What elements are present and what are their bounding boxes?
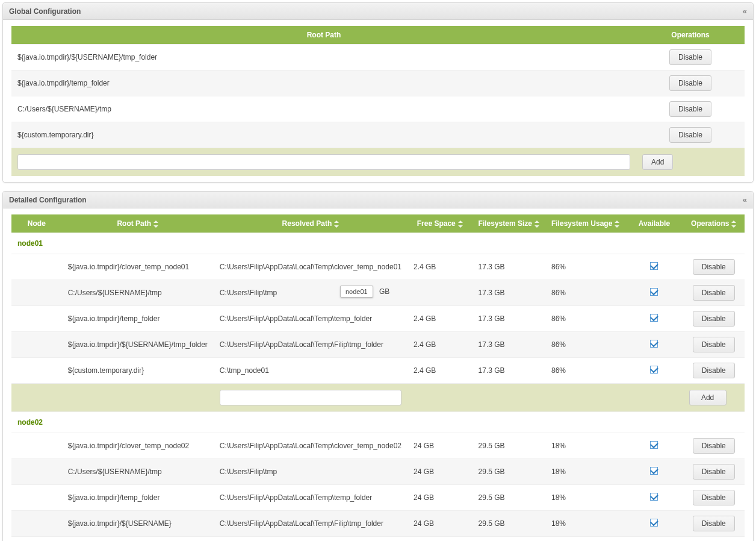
node-name: node02 [11,412,683,433]
fs-usage-cell: 86% [545,358,625,384]
col-root-path: Root Path [11,26,636,45]
col-operations[interactable]: Operations [683,214,745,233]
free-space-cell: 2.4 GB [407,254,472,280]
node-heading-row: node02 [11,412,745,433]
col-fs-usage[interactable]: Filesystem Usage [545,214,625,233]
free-space-cell: 2.4 GB [407,306,472,332]
fs-usage-cell: 86% [545,332,625,358]
root-path-cell: ${custom.temporary.dir} [62,537,214,542]
resolved-path-cell: C:\Users\Filip\tmp [214,459,407,485]
root-path-cell: ${java.io.tmpdir}/${USERNAME} [62,511,214,537]
detailed-config-body: Node Root Path Resolved Path Free Space … [3,208,753,541]
table-row: ${java.io.tmpdir}/${USERNAME}/tmp_folder… [11,332,745,358]
sort-icon [458,220,463,228]
sort-icon [153,220,158,228]
node-name: node01 [11,233,683,254]
available-cell [625,358,683,384]
fs-size-cell: 29.5 GB [472,459,545,485]
fs-usage-cell: 18% [545,485,625,511]
fs-usage-cell: 86% [545,280,625,306]
table-row: ${custom.temporary.dir}Disable [11,122,745,148]
disable-button[interactable]: Disable [693,438,735,454]
disable-button[interactable]: Disable [693,311,735,327]
global-config-panel: Global Configuration « Root Path Operati… [2,2,754,183]
check-icon[interactable] [650,467,658,475]
add-button[interactable]: Add [689,390,727,405]
available-cell [625,332,683,358]
table-row: C:/Users/${USERNAME}/tmpC:\Users\Filip\t… [11,459,745,485]
collapse-icon[interactable]: « [743,7,747,16]
available-cell [625,433,683,459]
check-icon[interactable] [650,493,658,501]
fs-size-cell: 29.5 GB [472,433,545,459]
disable-button[interactable]: Disable [693,464,735,480]
available-cell [625,280,683,306]
sort-icon [731,220,736,228]
check-icon[interactable] [650,441,658,449]
resolved-path-cell: C:\Users\Filip\AppData\Local\Temp\temp_f… [214,485,407,511]
add-row: Add [11,148,745,177]
global-config-body: Root Path Operations ${java.io.tmpdir}/$… [3,20,753,182]
disable-button[interactable]: Disable [693,285,735,301]
table-row: ${java.io.tmpdir}/clover_temp_node01C:\U… [11,254,745,280]
root-path-cell: ${java.io.tmpdir}/${USERNAME}/tmp_folder [62,332,214,358]
detailed-config-title: Detailed Configuration [9,196,87,204]
disable-button[interactable]: Disable [669,75,711,91]
fs-size-cell: 17.3 GB [472,280,545,306]
free-space-cell: 24 GB [407,537,472,542]
disable-button[interactable]: Disable [693,516,735,531]
add-row: Add [11,384,745,412]
disable-button[interactable]: Disable [669,127,711,143]
disable-button[interactable]: Disable [693,337,735,352]
available-cell [625,485,683,511]
new-path-input[interactable] [17,154,630,170]
fs-usage-cell: 86% [545,306,625,332]
disable-button[interactable]: Disable [669,101,711,117]
check-icon[interactable] [650,340,658,348]
col-resolved-path[interactable]: Resolved Path [214,214,407,233]
table-row: ${custom.temporary.dir}C:\tmp_node0224 G… [11,537,745,542]
resolved-path-cell: C:\tmp_node02 [214,537,407,542]
check-icon[interactable] [650,366,658,374]
col-root-path[interactable]: Root Path [62,214,214,233]
disable-button[interactable]: Disable [693,259,735,275]
free-space-cell [407,280,472,306]
fs-usage-cell: 18% [545,537,625,542]
col-node[interactable]: Node [11,214,62,233]
table-row: ${java.io.tmpdir}/temp_folderDisable [11,70,745,96]
resolved-path-cell: C:\Users\Filip\AppData\Local\Temp\Filip\… [214,511,407,537]
disable-button[interactable]: Disable [669,49,711,65]
check-icon[interactable] [650,262,658,270]
available-cell [625,254,683,280]
col-fs-size[interactable]: Filesystem Size [472,214,545,233]
resolved-path-cell: C:\Users\Filip\tmp [214,280,407,306]
table-row: C:/Users/${USERNAME}/tmpC:\Users\Filip\t… [11,280,745,306]
node-heading-row: node01 [11,233,745,254]
root-path-cell: ${java.io.tmpdir}/clover_temp_node02 [62,433,214,459]
resolved-path-cell: C:\Users\Filip\AppData\Local\Temp\clover… [214,254,407,280]
resolved-path-cell: C:\tmp_node01 [214,358,407,384]
add-button[interactable]: Add [642,154,673,170]
root-path-cell: ${custom.temporary.dir} [11,122,636,148]
disable-button[interactable]: Disable [693,490,735,505]
disable-button[interactable]: Disable [693,363,735,378]
sort-icon [534,220,539,228]
check-icon[interactable] [650,314,658,322]
root-path-cell: C:/Users/${USERNAME}/tmp [62,280,214,306]
collapse-icon[interactable]: « [743,195,747,204]
table-row: ${java.io.tmpdir}/temp_folderC:\Users\Fi… [11,306,745,332]
tooltip-right-text: GB [379,287,389,296]
col-available[interactable]: Available [625,214,683,233]
check-icon[interactable] [650,288,658,296]
root-path-cell: ${java.io.tmpdir}/temp_folder [62,485,214,511]
free-space-cell: 2.4 GB [407,358,472,384]
root-path-cell: ${java.io.tmpdir}/clover_temp_node01 [62,254,214,280]
fs-usage-cell: 18% [545,433,625,459]
fs-size-cell: 17.3 GB [472,358,545,384]
table-row: ${custom.temporary.dir}C:\tmp_node012.4 … [11,358,745,384]
free-space-cell: 2.4 GB [407,332,472,358]
col-free-space[interactable]: Free Space [407,214,472,233]
free-space-cell: 24 GB [407,459,472,485]
new-path-input[interactable] [220,390,401,405]
check-icon[interactable] [650,519,658,527]
